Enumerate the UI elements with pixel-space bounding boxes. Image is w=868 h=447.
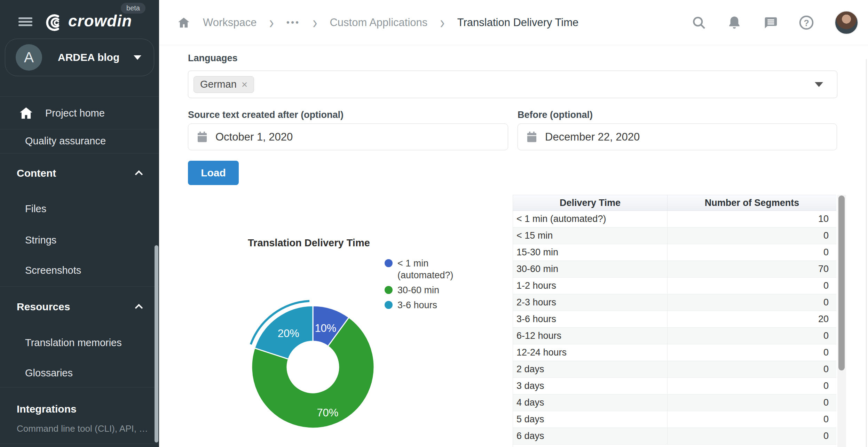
remove-tag-icon[interactable]: × [242,79,248,90]
home-icon [19,107,33,119]
sidebar-item-quality-assurance[interactable]: Quality assurance [0,130,159,152]
table-cell-delivery-time: 2-3 hours [513,294,668,311]
crowdin-logo-icon [43,13,64,33]
notifications-bell-icon[interactable] [727,15,742,30]
segments-table: Delivery Time Number of Segments < 1 min… [513,195,836,447]
topbar-actions: ? [691,11,868,34]
table-cell-delivery-time: 2 days [513,361,668,377]
table-cell-delivery-time: < 1 min (automated?) [513,211,668,227]
section-label: Resources [17,301,70,313]
table-cell-segments: 0 [668,344,836,361]
column-header-number-of-segments: Number of Segments [668,195,836,210]
sidebar-item-files[interactable]: Files [0,197,159,221]
languages-select[interactable]: German × [188,71,837,98]
integrations-subtitle: Command line tool (CLI), API, … [0,419,159,438]
table-scrollbar-thumb[interactable] [838,195,845,370]
divider [0,153,159,153]
sidebar-header: crowdin beta [0,0,159,39]
after-date-label: Source text created after (optional) [188,110,344,120]
table-row: 1-2 hours 0 [513,278,836,294]
section-label: Content [17,167,56,179]
table-cell-segments: 0 [668,394,836,411]
sidebar-item-label: Project home [45,107,105,119]
table-row: < 15 min 0 [513,228,836,244]
slice-percent-label: 70% [317,407,338,419]
user-avatar[interactable] [835,11,858,34]
chevron-right-icon: › [269,13,274,32]
sidebar-item-glossaries[interactable]: Glossaries [0,361,159,385]
calendar-icon [197,131,208,143]
after-date-input[interactable]: October 1, 2020 [188,123,508,150]
after-date-value: October 1, 2020 [215,131,293,143]
sidebar-section-resources[interactable]: Resources [0,294,159,319]
delivery-time-chart: Translation Delivery Time < 1 min(automa… [159,230,511,447]
table-scrollbar-track [837,195,846,447]
table-cell-segments: 0 [668,244,836,261]
sidebar-section-content[interactable]: Content [0,161,159,186]
table-cell-delivery-time: 3 days [513,378,668,394]
sidebar-item-strings[interactable]: Strings [0,228,159,252]
project-selector[interactable]: A ARDEA blog [5,39,154,76]
language-tag-label: German [200,79,237,90]
chevron-down-icon [815,82,823,87]
table-row: 30-60 min 70 [513,261,836,278]
breadcrumb-custom-applications[interactable]: Custom Applications [330,16,427,29]
main-content: Languages German × Source text created a… [159,45,868,447]
divider [0,96,159,97]
crowdin-logo-text[interactable]: crowdin [68,11,132,30]
divider [0,444,159,444]
project-avatar: A [16,44,42,71]
breadcrumb-ellipsis[interactable]: ••• [286,17,300,28]
table-row: 3-6 hours 20 [513,311,836,328]
slice-percent-label: 20% [278,327,299,340]
section-label: Integrations [17,403,77,415]
table-cell-segments: 0 [668,294,836,311]
sidebar-item-translation-memories[interactable]: Translation memories [0,331,159,354]
table-cell-segments: 0 [668,361,836,377]
chevron-right-icon: › [313,13,317,32]
load-button[interactable]: Load [188,161,239,185]
sidebar-item-label: Translation memories [25,337,122,349]
breadcrumb: Workspace › ••• › Custom Applications › … [159,15,691,30]
table-cell-segments: 0 [668,228,836,244]
home-breadcrumb-icon[interactable] [177,16,190,29]
before-date-label: Before (optional) [518,110,593,120]
sidebar-item-project-home[interactable]: Project home [0,99,159,127]
table-cell-delivery-time: 5 days [513,411,668,428]
sidebar-item-label: Glossaries [25,367,73,379]
chevron-up-icon [135,170,143,178]
table-cell-delivery-time: 15-30 min [513,244,668,261]
breadcrumb-workspace[interactable]: Workspace [203,16,257,29]
before-date-value: December 22, 2020 [545,131,640,143]
help-icon[interactable]: ? [798,15,814,31]
donut-chart-svg: 10%70%20% [159,230,511,447]
topbar: Workspace › ••• › Custom Applications › … [159,0,868,45]
calendar-icon [526,131,537,143]
table-row: 4 days 0 [513,394,836,411]
divider [0,387,159,388]
table-row: 6-12 hours 0 [513,328,836,344]
table-cell-segments: 0 [668,411,836,428]
sidebar-item-label: Quality assurance [25,135,106,147]
sidebar: crowdin beta A ARDEA blog Project home Q… [0,0,159,447]
page-scrollbar-track [866,59,867,447]
table-cell-segments: 0 [668,428,836,444]
chevron-right-icon: › [440,13,444,32]
hamburger-menu-icon[interactable] [18,17,32,26]
sidebar-scrollbar-thumb[interactable] [155,245,158,442]
table-cell-segments: 70 [668,261,836,277]
languages-label: Languages [188,53,238,64]
table-body: < 1 min (automated?) 10 < 15 min 0 15-30… [513,211,836,445]
before-date-input[interactable]: December 22, 2020 [518,123,837,150]
divider [0,129,159,129]
table-cell-delivery-time: 12-24 hours [513,344,668,361]
project-name: ARDEA blog [58,51,134,63]
sidebar-item-label: Files [25,203,46,215]
sidebar-item-screenshots[interactable]: Screenshots [0,258,159,282]
sidebar-item-integrations[interactable]: Integrations [0,398,159,420]
table-row: 2-3 hours 0 [513,294,836,311]
sidebar-item-label: Strings [25,234,56,246]
beta-badge: beta [121,3,145,14]
search-icon[interactable] [691,15,707,30]
messages-icon[interactable] [762,15,778,31]
